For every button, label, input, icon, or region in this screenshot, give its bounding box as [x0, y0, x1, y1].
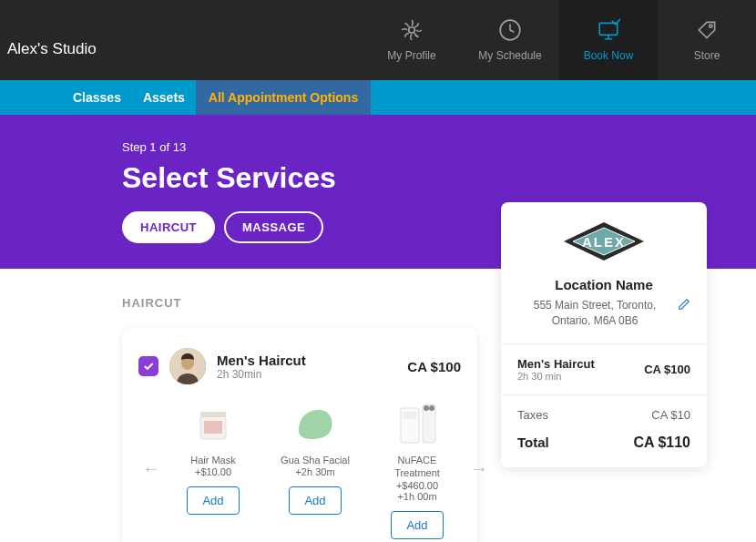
addon-item: Hair Mask +$10.00 Add — [171, 399, 255, 539]
svg-rect-7 — [204, 421, 222, 434]
summary-line-amount: CA $100 — [644, 363, 690, 376]
addons-carousel: ← Hair Mask +$10.00 — [138, 399, 461, 539]
monitor-check-icon — [597, 18, 620, 42]
total-label: Total — [517, 435, 549, 450]
service-info: Men's Haircut 2h 30min — [217, 353, 396, 381]
business-logo: ALEX — [517, 219, 690, 264]
summary-line-name: Men's Haircut — [517, 357, 595, 371]
addon-duration: +1h 00m — [397, 491, 436, 502]
nav-store-label: Store — [694, 49, 720, 62]
edit-location-button[interactable] — [678, 298, 690, 314]
add-addon-button[interactable]: Add — [391, 511, 443, 539]
addon-item: Gua Sha Facial +2h 30m Add — [273, 399, 357, 539]
svg-text:ALEX: ALEX — [582, 234, 626, 250]
location-address: 555 Main Street, Toronto, Ontario, M6A 0… — [517, 298, 672, 329]
add-addon-button[interactable]: Add — [289, 486, 341, 515]
alex-logo-icon: ALEX — [558, 219, 649, 264]
svg-point-3 — [710, 25, 712, 27]
total-amount: CA $110 — [633, 435, 690, 451]
header-nav: My Profile My Schedule Book Now Store — [363, 0, 756, 80]
tag-icon — [695, 18, 719, 42]
summary-line: Men's Haircut 2h 30 min CA $100 — [517, 357, 690, 382]
svg-point-10 — [429, 405, 434, 411]
guasha-icon — [291, 403, 339, 446]
addon-list: Hair Mask +$10.00 Add Gua Sha Facial — [171, 399, 459, 539]
tax-label: Taxes — [517, 408, 548, 422]
summary-tax-line: Taxes CA $10 — [517, 408, 690, 422]
addon-item: NuFACE Treatment +$460.00 +1h 00m Add — [375, 399, 459, 539]
summary-line-sub: 2h 30 min — [517, 371, 595, 382]
carousel-next[interactable]: → — [466, 455, 492, 483]
nav-my-schedule-label: My Schedule — [478, 49, 541, 62]
tab-all-appointment-options[interactable]: All Appointment Options — [196, 80, 371, 115]
location-name: Location Name — [517, 277, 690, 292]
nav-book-now[interactable]: Book Now — [559, 0, 658, 80]
addon-image — [290, 399, 341, 450]
addon-name: Hair Mask — [190, 454, 236, 466]
jar-icon — [191, 403, 235, 446]
tax-amount: CA $10 — [651, 408, 690, 422]
device-icon — [395, 401, 439, 448]
services-column: HAIRCUT Men's Haircut 2h 30min — [122, 296, 477, 542]
flower-icon — [400, 18, 424, 42]
service-duration: 2h 30min — [217, 368, 396, 381]
pencil-icon — [678, 298, 690, 311]
svg-point-0 — [409, 27, 415, 34]
service-row: Men's Haircut 2h 30min CA $100 — [138, 348, 461, 384]
check-icon — [142, 360, 155, 373]
addon-image — [188, 399, 239, 450]
studio-name: Alex's Studio — [7, 40, 97, 80]
section-label: HAIRCUT — [122, 296, 477, 310]
addon-name: Gua Sha Facial — [281, 454, 350, 466]
summary-total-line: Total CA $110 — [517, 435, 690, 451]
clock-icon — [498, 18, 522, 42]
page-title: Select Services — [122, 161, 756, 195]
nav-my-profile[interactable]: My Profile — [363, 0, 461, 80]
tab-assets[interactable]: Assets — [132, 80, 196, 115]
nav-my-schedule[interactable]: My Schedule — [461, 0, 559, 80]
addon-price: +$460.00 — [396, 480, 438, 491]
tab-classes[interactable]: Classes — [62, 80, 132, 115]
nav-book-now-label: Book Now — [584, 49, 634, 62]
location-address-row: 555 Main Street, Toronto, Ontario, M6A 0… — [517, 298, 690, 329]
pill-haircut[interactable]: HAIRCUT — [122, 211, 215, 243]
service-checkbox[interactable] — [138, 356, 158, 376]
top-header: Alex's Studio My Profile My Schedule Boo… — [0, 0, 756, 80]
svg-rect-2 — [599, 23, 618, 35]
carousel-prev[interactable]: ← — [138, 455, 164, 483]
svg-rect-6 — [200, 412, 226, 417]
summary-card: ALEX Location Name 555 Main Street, Toro… — [501, 202, 707, 467]
divider — [501, 343, 707, 344]
service-card: Men's Haircut 2h 30min CA $100 ← — [122, 328, 477, 542]
nav-my-profile-label: My Profile — [387, 49, 435, 62]
pill-massage[interactable]: MASSAGE — [224, 211, 323, 243]
svg-point-9 — [424, 405, 429, 411]
person-icon — [169, 348, 206, 384]
service-name: Men's Haircut — [217, 353, 396, 368]
divider — [501, 394, 707, 395]
addon-name: NuFACE Treatment — [375, 454, 459, 480]
service-price: CA $100 — [407, 359, 461, 374]
nav-store[interactable]: Store — [658, 0, 756, 80]
addon-price: +2h 30m — [295, 466, 334, 477]
addon-price: +$10.00 — [195, 466, 231, 477]
stylist-avatar — [169, 348, 206, 384]
add-addon-button[interactable]: Add — [187, 486, 239, 515]
tabs-bar: Classes Assets All Appointment Options — [0, 80, 756, 115]
step-indicator: Step 1 of 13 — [122, 140, 756, 154]
addon-image — [392, 399, 443, 450]
svg-rect-12 — [404, 412, 416, 419]
